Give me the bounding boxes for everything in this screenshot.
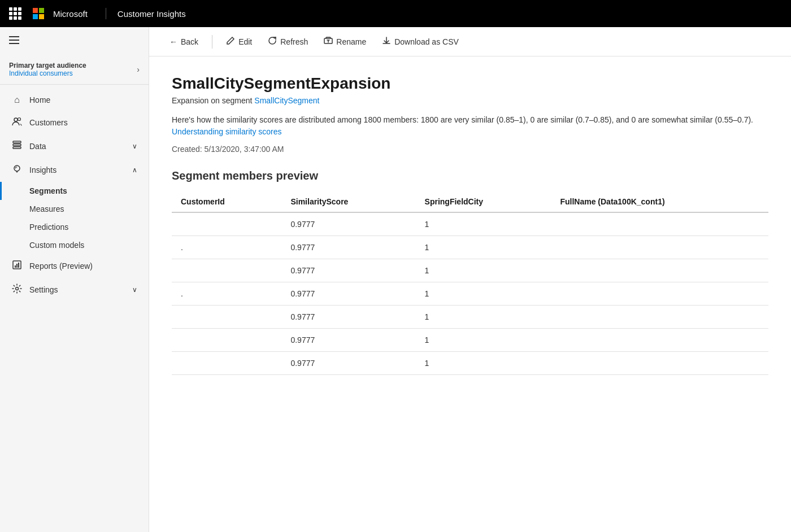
subtitle-link[interactable]: SmallCitySegment xyxy=(254,96,319,105)
cell-springfield-city: 1 xyxy=(416,352,551,375)
table-row: 0.9777 1 xyxy=(172,212,768,236)
svg-rect-14 xyxy=(18,263,19,268)
cell-full-name xyxy=(551,282,768,306)
edit-button[interactable]: Edit xyxy=(219,33,259,50)
insights-icon xyxy=(11,164,23,176)
cell-customer-id xyxy=(172,352,281,375)
audience-sub: Individual consumers xyxy=(9,69,86,77)
cell-springfield-city: 1 xyxy=(416,259,551,282)
edit-label: Edit xyxy=(238,37,252,46)
sidebar-item-predictions-label: Predictions xyxy=(29,223,68,232)
back-icon: ← xyxy=(169,37,177,46)
topbar-divider xyxy=(106,8,106,19)
svg-rect-1 xyxy=(9,40,19,41)
cell-similarity-score: 0.9777 xyxy=(281,259,415,282)
sidebar-item-settings-label: Settings xyxy=(29,285,58,294)
chevron-down-icon: ∨ xyxy=(132,142,137,150)
cell-similarity-score: 0.9777 xyxy=(281,352,415,375)
toolbar-separator xyxy=(212,35,212,49)
cell-springfield-city: 1 xyxy=(416,212,551,236)
page-content: SmallCitySegmentExpansion Expansion on s… xyxy=(149,56,791,532)
sidebar-item-settings[interactable]: Settings ∨ xyxy=(0,278,149,302)
segment-title: SmallCitySegmentExpansion xyxy=(172,75,768,93)
microsoft-label: Microsoft xyxy=(53,9,88,19)
sidebar-item-customers[interactable]: Customers xyxy=(0,111,149,134)
sidebar-item-measures[interactable]: Measures xyxy=(0,200,149,218)
back-button[interactable]: ← Back xyxy=(163,34,205,50)
svg-point-3 xyxy=(14,118,18,121)
customers-icon xyxy=(11,116,23,129)
cell-similarity-score: 0.9777 xyxy=(281,282,415,306)
svg-rect-2 xyxy=(9,43,19,44)
svg-rect-5 xyxy=(13,141,21,143)
svg-rect-10 xyxy=(16,172,18,173)
rename-button[interactable]: Rename xyxy=(317,33,373,50)
col-customer-id: CustomerId xyxy=(172,191,281,212)
sidebar-item-segments[interactable]: Segments xyxy=(0,182,149,200)
cell-full-name xyxy=(551,329,768,352)
sidebar-item-home[interactable]: ⌂ Home xyxy=(0,89,149,111)
sidebar-item-predictions[interactable]: Predictions xyxy=(0,218,149,236)
app-title: Customer Insights xyxy=(118,9,186,19)
refresh-label: Refresh xyxy=(280,37,308,46)
sidebar-item-data[interactable]: Data ∨ xyxy=(0,134,149,158)
cell-full-name xyxy=(551,236,768,259)
cell-customer-id xyxy=(172,329,281,352)
settings-chevron-down-icon: ∨ xyxy=(132,286,137,294)
cell-customer-id xyxy=(172,306,281,329)
cell-similarity-score: 0.9777 xyxy=(281,236,415,259)
cell-customer-id xyxy=(172,212,281,236)
sidebar-item-reports-label: Reports (Preview) xyxy=(29,261,93,271)
content-area: ← Back Edit Refresh xyxy=(149,27,791,532)
sidebar-item-custom-models[interactable]: Custom models xyxy=(0,236,149,254)
download-button[interactable]: Download as CSV xyxy=(375,33,466,50)
download-icon xyxy=(382,36,391,47)
waffle-icon[interactable] xyxy=(9,7,21,20)
toolbar: ← Back Edit Refresh xyxy=(149,27,791,56)
col-similarity-score: SimilarityScore xyxy=(281,191,415,212)
sidebar-item-reports[interactable]: Reports (Preview) xyxy=(0,254,149,278)
description-text: Here's how the similarity scores are dis… xyxy=(172,115,753,124)
cell-full-name xyxy=(551,212,768,236)
refresh-button[interactable]: Refresh xyxy=(261,33,315,50)
back-label: Back xyxy=(181,37,198,46)
svg-rect-0 xyxy=(9,36,19,37)
cell-springfield-city: 1 xyxy=(416,282,551,306)
svg-rect-6 xyxy=(13,144,21,146)
col-full-name: FullName (Data100K_cont1) xyxy=(551,191,768,212)
svg-point-4 xyxy=(18,118,21,121)
segment-description: Here's how the similarity scores are dis… xyxy=(172,114,768,138)
sidebar-item-data-label: Data xyxy=(29,142,46,151)
sidebar: Primary target audience Individual consu… xyxy=(0,27,149,532)
cell-full-name xyxy=(551,306,768,329)
segment-table: CustomerId SimilarityScore SpringFieldCi… xyxy=(172,191,768,375)
edit-icon xyxy=(226,36,235,47)
cell-similarity-score: 0.9777 xyxy=(281,306,415,329)
col-springfield-city: SpringFieldCity xyxy=(416,191,551,212)
svg-point-15 xyxy=(16,287,19,290)
hamburger-menu[interactable] xyxy=(0,27,149,55)
description-link[interactable]: Understanding similarity scores xyxy=(172,127,282,136)
cell-customer-id xyxy=(172,259,281,282)
cell-customer-id: . xyxy=(172,282,281,306)
cell-similarity-score: 0.9777 xyxy=(281,212,415,236)
svg-point-8 xyxy=(14,165,20,171)
sidebar-item-insights[interactable]: Insights ∧ xyxy=(0,158,149,182)
svg-rect-7 xyxy=(13,147,21,149)
rename-icon xyxy=(324,36,333,47)
cell-springfield-city: 1 xyxy=(416,306,551,329)
segment-subtitle: Expansion on segment SmallCitySegment xyxy=(172,96,768,105)
data-icon xyxy=(11,140,23,152)
cell-similarity-score: 0.9777 xyxy=(281,329,415,352)
table-row: . 0.9777 1 xyxy=(172,282,768,306)
sidebar-item-measures-label: Measures xyxy=(29,204,64,213)
audience-selector[interactable]: Primary target audience Individual consu… xyxy=(0,55,149,85)
sidebar-item-segments-label: Segments xyxy=(29,186,67,195)
segment-created: Created: 5/13/2020, 3:47:00 AM xyxy=(172,145,768,154)
sidebar-item-customers-label: Customers xyxy=(29,118,68,127)
microsoft-logo xyxy=(33,8,44,19)
cell-customer-id: . xyxy=(172,236,281,259)
table-header-row: CustomerId SimilarityScore SpringFieldCi… xyxy=(172,191,768,212)
svg-rect-12 xyxy=(15,265,16,268)
table-row: 0.9777 1 xyxy=(172,352,768,375)
